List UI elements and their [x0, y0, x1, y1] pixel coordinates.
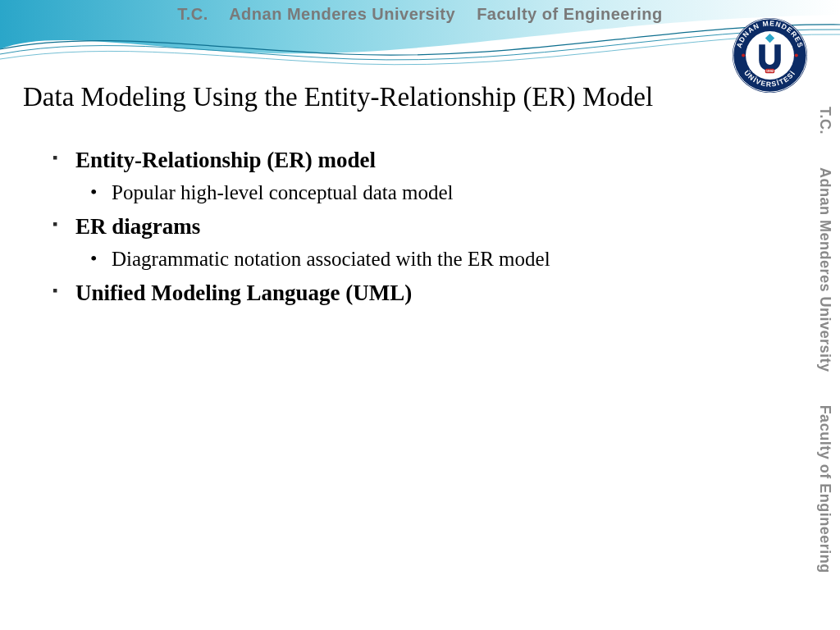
svg-point-6 [795, 53, 798, 57]
side-faculty: Faculty of Engineering [817, 405, 833, 573]
svg-text:1992: 1992 [766, 69, 774, 73]
header-faculty: Faculty of Engineering [477, 5, 663, 23]
bullet-text: Entity-Relationship (ER) model [75, 148, 376, 172]
bullet-lvl1: Unified Modeling Language (UML) [52, 281, 774, 306]
side-tc: T.C. [817, 107, 833, 135]
bullet-lvl1: Entity-Relationship (ER) model [52, 148, 774, 173]
slide-content: Entity-Relationship (ER) model Popular h… [52, 148, 774, 314]
bullet-text: Unified Modeling Language (UML) [75, 281, 412, 305]
side-text-strip: T.C. Adnan Menderes University Faculty o… [812, 107, 833, 615]
bullet-text: ER diagrams [75, 214, 200, 239]
university-seal-icon: ADNAN MENDERES ÜNİVERSİTESİ 1992 [731, 16, 809, 94]
header-tc: T.C. [177, 5, 208, 23]
header-text-strip: T.C. Adnan Menderes University Faculty o… [0, 5, 840, 24]
header-university: Adnan Menderes University [229, 5, 455, 23]
svg-point-5 [742, 53, 745, 57]
bullet-lvl1: ER diagrams [52, 214, 774, 240]
side-university: Adnan Menderes University [817, 167, 833, 372]
bullet-lvl2: Diagrammatic notation associated with th… [90, 248, 774, 271]
bullet-text: Diagrammatic notation associated with th… [112, 248, 550, 270]
bullet-text: Popular high-level conceptual data model [112, 181, 454, 203]
bullet-lvl2: Popular high-level conceptual data model [90, 181, 774, 204]
slide-title: Data Modeling Using the Entity-Relations… [23, 82, 810, 112]
